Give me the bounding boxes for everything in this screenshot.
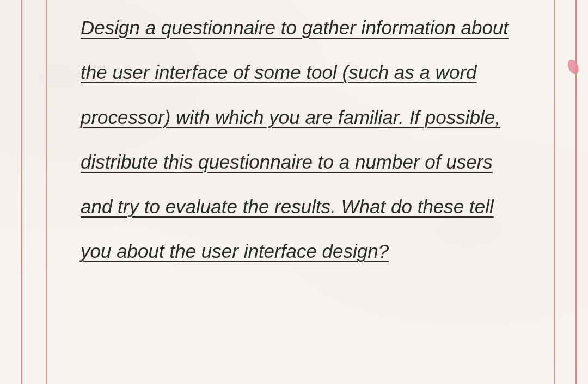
flower-petal-icon [565, 57, 581, 79]
svg-point-0 [566, 58, 581, 76]
border-left-inner [46, 0, 47, 384]
border-left-outer [21, 0, 22, 384]
document-body-text: Design a questionnaire to gather informa… [81, 5, 522, 274]
border-right-inner [554, 0, 555, 384]
